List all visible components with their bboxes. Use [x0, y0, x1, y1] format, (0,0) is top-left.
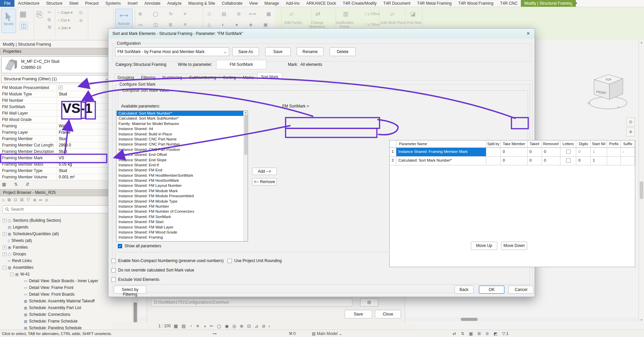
list-item[interactable]: Instance Shared: FM End: [117, 168, 248, 173]
ribbon-tab[interactable]: T4R Create/Modify: [340, 0, 380, 7]
property-value[interactable]: Stud: [57, 91, 113, 97]
letters-checkbox[interactable]: [566, 158, 571, 163]
tree-expand-icon[interactable]: −: [3, 266, 6, 269]
property-row[interactable]: FM Module TypeStud: [0, 91, 113, 97]
tree-expand-icon[interactable]: +: [3, 232, 6, 236]
table-cell[interactable]: 0: [576, 157, 591, 165]
table-cell[interactable]: 0: [542, 148, 560, 157]
z-offset-tool[interactable]: ⌶ z Offset: [362, 23, 383, 27]
join-tool[interactable]: ◑ Join ▾: [58, 26, 70, 30]
property-value[interactable]: Stud: [57, 136, 113, 142]
table-cell[interactable]: 0: [542, 157, 560, 165]
back-button[interactable]: Back: [454, 286, 474, 294]
list-item[interactable]: Instance Shared: Build in Place: [117, 132, 248, 137]
scale-icon[interactable]: ▦: [174, 324, 178, 329]
configuration-path-field[interactable]: D:\SortMark1701\Configurations\Common: [151, 298, 352, 306]
shadows-icon[interactable]: ◑: [203, 324, 206, 329]
ribbon-tab[interactable]: ARKANCE Dock: [303, 0, 340, 7]
property-row[interactable]: FM Module Preassembled✓: [0, 85, 113, 91]
constraints-icon[interactable]: ⊘: [262, 324, 265, 329]
property-row[interactable]: FM SortMark: [0, 104, 113, 110]
table-cell[interactable]: 0: [576, 148, 591, 157]
letters-checkbox[interactable]: [566, 150, 571, 154]
crop-region-icon[interactable]: ▢: [217, 324, 221, 329]
ribbon-tab[interactable]: Annotate: [141, 0, 164, 7]
change-reference-icon[interactable]: ⇄: [315, 10, 320, 17]
list-item[interactable]: Instance Shared: FM Module Mark: [117, 188, 248, 194]
move-down-button[interactable]: Move Down: [501, 242, 527, 250]
reveal-hidden-icon[interactable]: ◎: [232, 324, 236, 329]
vscroll-thumb[interactable]: [640, 181, 643, 199]
table-cell[interactable]: 0: [501, 157, 528, 165]
crop-icon[interactable]: ✂: [210, 324, 213, 329]
edit-tools-icons[interactable]: ◇ ▤ ⊘: [207, 11, 246, 16]
cut-scissors-icon[interactable]: ✂: [48, 10, 51, 15]
list-item[interactable]: Instance Shared: FM SortMark: [117, 214, 248, 219]
paste-icon[interactable]: ⎘: [36, 10, 43, 19]
config-rename-button[interactable]: Rename: [297, 47, 324, 56]
property-value[interactable]: [57, 117, 113, 123]
list-item[interactable]: Family: Material for Model Behavior: [117, 121, 248, 126]
enable-noncompact-checkbox[interactable]: Enable Non-Compact Numbering (preserve u…: [111, 258, 224, 263]
design-option-control[interactable]: ▤ Main Model ⌄: [312, 331, 342, 336]
list-item[interactable]: Instance Shared: #d: [117, 126, 248, 131]
property-row[interactable]: Framing Member TypeStud: [0, 168, 113, 174]
steering-wheel-button[interactable]: ◎: [626, 118, 635, 126]
property-row[interactable]: Framing Member Cut Length2998.0: [0, 142, 113, 149]
tree-item[interactable]: ▦Schedule: Assembly Part List: [0, 304, 133, 311]
list-item[interactable]: Instance Shared: CNC Part Number: [117, 142, 248, 147]
list-item[interactable]: Instance Shared: FM Layout Number: [117, 183, 248, 188]
link-icon[interactable]: ∞: [39, 197, 45, 202]
settings-icon[interactable]: ⊡: [45, 197, 51, 202]
property-value[interactable]: 2998.0: [57, 142, 113, 148]
copy-icon[interactable]: ⧉: [48, 17, 51, 23]
move-up-button[interactable]: Move Up: [471, 242, 497, 250]
viewcube-top-label[interactable]: TOP: [605, 78, 611, 81]
viewcube[interactable]: TOP FRONT W S: [587, 71, 632, 113]
select-by-filtering-button[interactable]: Select by Filtering: [114, 286, 146, 294]
property-row[interactable]: FM Number: [0, 97, 113, 104]
visual-style-icon[interactable]: ◔: [189, 324, 192, 329]
property-row[interactable]: Framing MemberStud: [0, 136, 113, 142]
property-value[interactable]: Stud: [57, 168, 113, 174]
checkbox-icon[interactable]: [228, 259, 232, 263]
list-item[interactable]: Instance Shared: CNC Part Name: [117, 137, 248, 142]
grid-icon[interactable]: ▦: [469, 331, 473, 336]
table-cell[interactable]: -: [621, 148, 635, 157]
modify-tool[interactable]: Modify: [1, 9, 16, 33]
list-item[interactable]: Instance Shared: FM Number: [117, 204, 248, 209]
ribbon-tab[interactable]: Add-Ins: [282, 0, 303, 7]
property-row[interactable]: FM Wood Grade: [0, 117, 113, 123]
detail-level-icon[interactable]: ▤: [182, 324, 186, 329]
exclude-icon[interactable]: ⊘: [486, 331, 489, 336]
list-scroll-thumb[interactable]: [244, 115, 247, 155]
scale-label[interactable]: 1 : 100: [158, 324, 171, 328]
tree-item[interactable]: ▦Schedule: Connections: [0, 311, 133, 318]
table-cell[interactable]: [621, 157, 635, 165]
ribbon-tab[interactable]: Structure: [43, 0, 66, 7]
edit-family-tool[interactable]: Edit Family: [284, 20, 303, 25]
table-row[interactable]: 1Instance Shared: Framing Member Mark000…: [390, 148, 635, 157]
list-item[interactable]: Instance Shared: Framing: [117, 235, 248, 240]
pick-new-icon[interactable]: ◪: [410, 10, 415, 17]
type-selector[interactable]: M_MF C+C_CH Stud C08950-10: [1, 56, 111, 73]
edit-family-icon[interactable]: ▱: [289, 10, 294, 17]
bg-close-button[interactable]: Close: [375, 310, 401, 319]
collapse-icon[interactable]: ‹: [268, 324, 270, 329]
ribbon-tab[interactable]: Steel: [66, 0, 82, 7]
available-parameters-list[interactable]: Calculated: Sort Mark Number*Calculated:…: [116, 111, 248, 242]
table-cell[interactable]: Calculated: Sort Mark Number*: [396, 157, 486, 165]
checkbox-icon[interactable]: [111, 259, 116, 263]
list-item[interactable]: Instance Shared: FM Module Type: [117, 199, 248, 204]
ribbon-tab[interactable]: Collaborate: [218, 0, 246, 7]
checkbox-checked-icon[interactable]: ✓: [58, 85, 63, 90]
table-cell[interactable]: [560, 157, 577, 165]
config-delete-button[interactable]: Delete: [330, 47, 356, 56]
ribbon-tab[interactable]: T4R Document: [380, 0, 414, 7]
hscroll-thumb[interactable]: [461, 318, 478, 321]
property-row[interactable]: Framing Member Volume0.001 m³: [0, 174, 113, 180]
viewcube-south-label[interactable]: S: [617, 106, 620, 109]
list-item[interactable]: Instance Shared: CNC Part Position: [117, 147, 248, 152]
property-value[interactable]: Wall: [57, 123, 113, 129]
add-button[interactable]: Add -->: [252, 168, 277, 175]
